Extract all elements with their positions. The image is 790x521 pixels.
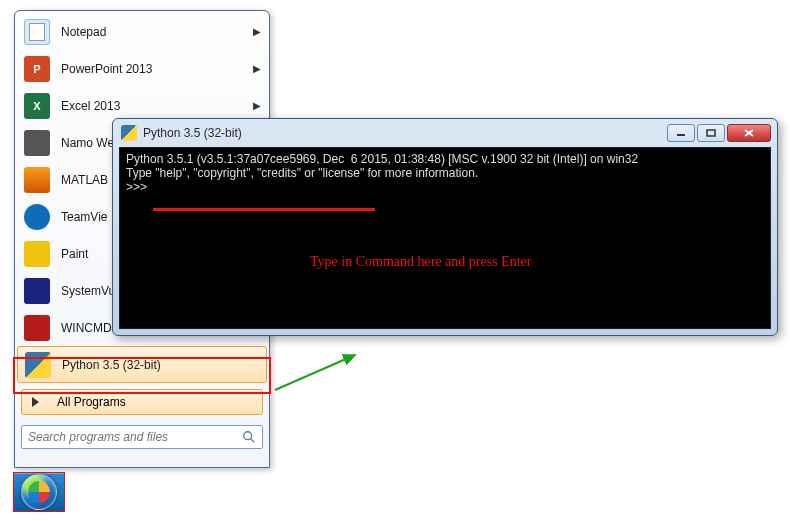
wincmd-icon xyxy=(23,314,51,342)
window-controls xyxy=(667,124,771,142)
menu-item-label: Excel 2013 xyxy=(61,99,120,113)
triangle-right-icon xyxy=(32,397,39,407)
console-line: Type "help", "copyright", "credits" or "… xyxy=(126,166,764,180)
search-icon xyxy=(242,430,256,444)
taskbar xyxy=(14,473,64,511)
menu-item-label: MATLAB xyxy=(61,173,108,187)
svg-line-6 xyxy=(275,355,355,390)
all-programs-label: All Programs xyxy=(57,395,126,409)
console-prompt: >>> xyxy=(126,180,764,194)
minimize-button[interactable] xyxy=(667,124,695,142)
submenu-arrow-icon: ▶ xyxy=(253,26,261,37)
paint-icon xyxy=(23,240,51,268)
python-icon xyxy=(121,125,137,141)
systemvue-icon xyxy=(23,277,51,305)
namo-icon xyxy=(23,129,51,157)
excel-icon: X xyxy=(23,92,51,120)
menu-item-label: Namo We xyxy=(61,136,114,150)
menu-item-label: TeamVie xyxy=(61,210,107,224)
svg-rect-3 xyxy=(707,130,715,136)
teamviewer-icon xyxy=(23,203,51,231)
submenu-arrow-icon: ▶ xyxy=(253,100,261,111)
submenu-arrow-icon: ▶ xyxy=(253,63,261,74)
console-output[interactable]: Python 3.5.1 (v3.5.1:37a07cee5969, Dec 6… xyxy=(119,147,771,329)
annotation-text: Type in Command here and press Enter xyxy=(310,254,531,270)
start-button[interactable] xyxy=(21,474,57,510)
console-line: Python 3.5.1 (v3.5.1:37a07cee5969, Dec 6… xyxy=(126,152,764,166)
menu-item-label: Paint xyxy=(61,247,88,261)
matlab-icon xyxy=(23,166,51,194)
menu-item-label: SystemVu xyxy=(61,284,115,298)
menu-item-label: PowerPoint 2013 xyxy=(61,62,152,76)
svg-point-0 xyxy=(244,432,252,440)
close-button[interactable] xyxy=(727,124,771,142)
menu-item-notepad[interactable]: Notepad ▶ xyxy=(17,13,267,50)
search-box[interactable] xyxy=(21,425,263,449)
window-title: Python 3.5 (32-bit) xyxy=(143,126,242,140)
annotation-arrow xyxy=(270,350,390,410)
python-icon xyxy=(24,351,52,379)
search-input[interactable] xyxy=(28,430,242,444)
menu-item-label: Notepad xyxy=(61,25,106,39)
menu-item-powerpoint[interactable]: P PowerPoint 2013 ▶ xyxy=(17,50,267,87)
menu-item-label: Python 3.5 (32-bit) xyxy=(62,358,161,372)
powerpoint-icon: P xyxy=(23,55,51,83)
annotation-underline xyxy=(153,208,375,211)
menu-item-python[interactable]: Python 3.5 (32-bit) xyxy=(17,346,267,383)
maximize-button[interactable] xyxy=(697,124,725,142)
python-console-window: Python 3.5 (32-bit) Python 3.5.1 (v3.5.1… xyxy=(112,118,778,336)
all-programs-button[interactable]: All Programs xyxy=(21,389,263,415)
notepad-icon xyxy=(23,18,51,46)
window-titlebar[interactable]: Python 3.5 (32-bit) xyxy=(113,119,777,147)
svg-line-1 xyxy=(251,439,255,443)
